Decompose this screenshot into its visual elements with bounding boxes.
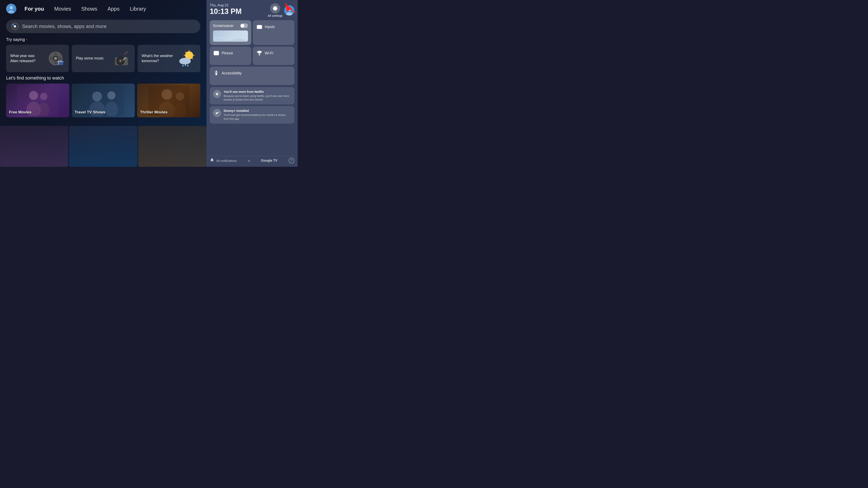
music-icon: ♪ ♫ (112, 49, 131, 68)
wifi-label: Wi-Fi (265, 51, 273, 55)
content-card-thriller-movies[interactable]: Thriller Movies (137, 84, 200, 117)
svg-point-37 (182, 65, 184, 67)
find-label: Let's find something to watch (6, 75, 200, 81)
card-label-free-movies: Free Movies (9, 110, 31, 115)
content-cards: Free Movies Travel TV Shows (6, 84, 200, 117)
wifi-icon (256, 50, 263, 56)
header-icons-group: All settings (268, 3, 294, 18)
svg-line-33 (192, 58, 193, 59)
accessibility-tile[interactable]: Accessibility (210, 67, 294, 85)
svg-point-61 (216, 53, 217, 54)
svg-line-32 (185, 52, 186, 53)
inputs-icon (256, 24, 263, 30)
picture-label: Picture (222, 51, 233, 55)
svg-point-10 (54, 62, 57, 65)
disney-notif-text: Disney+ installed You'll now get recomme… (224, 109, 291, 121)
suggestion-text-weather: What's the weather tomorrow? (142, 53, 175, 64)
nav-links: For you Movies Shows Apps Library (25, 6, 146, 12)
avatar-image (6, 4, 17, 14)
svg-point-63 (216, 71, 217, 72)
inputs-tile[interactable]: Inputs (253, 20, 294, 45)
svg-point-41 (29, 91, 38, 100)
accessibility-icon (213, 70, 220, 76)
picture-tile[interactable]: Picture (210, 46, 251, 65)
netflix-notif-body: Because you've been using Netflix, you'l… (224, 94, 291, 102)
time-display: 10:13 PM (210, 8, 242, 15)
nav-movies[interactable]: Movies (54, 6, 71, 12)
notification-count: 4 (248, 159, 250, 162)
svg-point-48 (107, 91, 116, 100)
svg-point-62 (259, 54, 260, 55)
bg-thumb-3 (138, 126, 207, 167)
svg-point-11 (50, 57, 52, 60)
nav-shows[interactable]: Shows (81, 6, 97, 12)
netflix-notification[interactable]: You'll see more from Netflix Because you… (210, 87, 294, 104)
bottom-bar-left: All notifications (210, 158, 237, 163)
content-card-travel-tv[interactable]: Travel TV Shows (72, 84, 135, 117)
find-section: Let's find something to watch Free Movie… (0, 75, 207, 117)
disney-notification[interactable]: Disney+ installed You'll now get recomme… (210, 106, 294, 123)
netflix-notif-title: You'll see more from Netflix (224, 90, 291, 93)
nav-header: For you Movies Shows Apps Library (0, 0, 207, 18)
card-label-thriller-movies: Thriller Movies (140, 110, 167, 115)
search-bar[interactable]: Search movies, shows, apps and more (6, 20, 200, 33)
disney-notif-icon (213, 109, 221, 117)
svg-point-8 (54, 57, 57, 60)
bg-thumb-2 (69, 126, 137, 167)
try-saying-section: Try saying What year was Alien released? (0, 37, 207, 75)
main-panel: For you Movies Shows Apps Library Search… (0, 0, 207, 167)
google-tv-label: Google TV (261, 159, 277, 162)
bottom-bar: All notifications 4 Google TV ? (210, 156, 294, 163)
screensaver-toggle[interactable] (240, 24, 248, 28)
datetime-text: Thu, Aug 22 10:13 PM (210, 3, 242, 15)
svg-point-1 (8, 10, 14, 13)
suggestion-cards: What year was Alien released? (6, 45, 200, 72)
film-reel-icon (46, 49, 65, 68)
accessibility-label: Accessibility (222, 71, 242, 75)
background-thumbnails (0, 126, 207, 167)
nav-for-you[interactable]: For you (25, 6, 44, 12)
screensaver-tile[interactable]: Screensaver (210, 20, 251, 45)
disney-notif-body: You'll now get recommendations for movie… (224, 113, 291, 121)
nav-library[interactable]: Library (130, 6, 146, 12)
quick-settings-grid: Screensaver (210, 20, 294, 85)
svg-point-38 (185, 64, 186, 66)
svg-point-3 (14, 25, 17, 28)
svg-point-39 (187, 65, 188, 67)
inputs-label: Inputs (265, 25, 275, 29)
user-avatar[interactable] (6, 4, 17, 14)
screensaver-preview (213, 30, 248, 42)
svg-text:♫: ♫ (126, 51, 128, 54)
svg-point-51 (161, 89, 172, 100)
google-assistant-icon (11, 23, 19, 30)
wifi-tile[interactable]: Wi-Fi (253, 46, 294, 65)
suggestion-text-music: Play some music (76, 56, 109, 61)
search-placeholder: Search movies, shows, apps and more (22, 24, 107, 29)
svg-rect-13 (58, 61, 63, 65)
svg-point-43 (40, 93, 48, 100)
svg-point-35 (180, 59, 185, 64)
svg-point-53 (176, 92, 184, 101)
netflix-notif-text: You'll see more from Netflix Because you… (224, 90, 291, 102)
svg-point-5 (13, 24, 14, 25)
red-arrow-indicator (282, 1, 298, 13)
svg-point-36 (185, 59, 190, 64)
screensaver-label: Screensaver (213, 24, 234, 28)
svg-point-0 (10, 6, 13, 9)
all-notifications-label[interactable]: All notifications (216, 159, 237, 162)
svg-point-46 (92, 92, 102, 101)
settings-button[interactable] (270, 3, 280, 13)
suggestion-card-alien[interactable]: What year was Alien released? (6, 45, 69, 72)
bg-thumb-1 (0, 126, 68, 167)
svg-point-22 (120, 61, 121, 61)
all-settings-label: All settings (268, 14, 282, 18)
try-saying-label: Try saying (6, 37, 200, 42)
help-icon[interactable]: ? (289, 158, 294, 163)
card-label-travel-tv: Travel TV Shows (74, 110, 105, 115)
content-card-free-movies[interactable]: Free Movies (6, 84, 69, 117)
nav-apps[interactable]: Apps (107, 6, 120, 12)
picture-icon (213, 50, 220, 56)
suggestion-card-weather[interactable]: What's the weather tomorrow? (137, 45, 200, 72)
svg-point-12 (59, 57, 62, 60)
suggestion-card-music[interactable]: Play some music ♪ (72, 45, 134, 72)
